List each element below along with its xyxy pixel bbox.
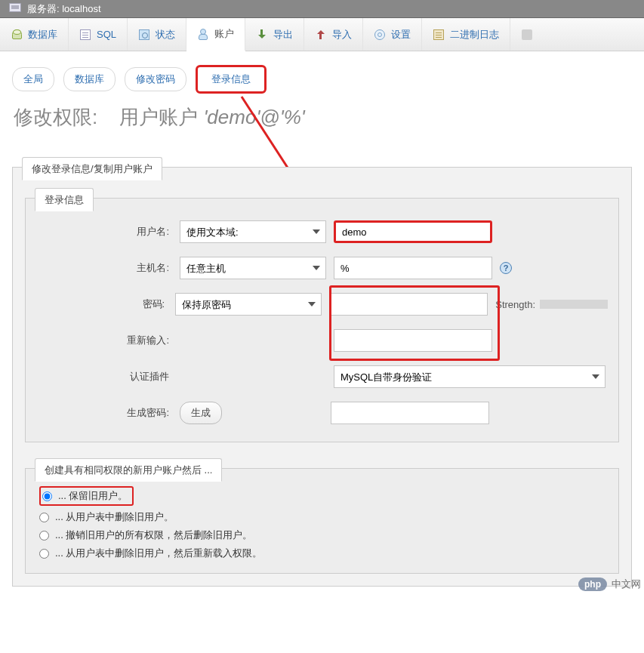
tab-account[interactable]: 账户: [186, 18, 245, 51]
top-tabs: 数据库 SQL 状态 账户 导出 导入 设置 二进制日志: [0, 18, 644, 51]
tab-status[interactable]: 状态: [128, 18, 186, 51]
heading-prefix: 修改权限:: [14, 106, 97, 128]
server-icon: [9, 3, 21, 12]
tab-import[interactable]: 导入: [304, 18, 363, 51]
row-auth-plugin: 认证插件 MySQL自带身份验证: [36, 359, 608, 395]
label-retype: 重新输入:: [36, 334, 180, 347]
database-icon: [11, 29, 23, 41]
label-password: 密码:: [36, 297, 175, 311]
panel-edit-login: 修改登录信息/复制用户账户 登录信息 用户名: 使用文本域: 主机名: 任意主: [12, 167, 632, 587]
more-icon: [521, 29, 533, 41]
pill-login-info[interactable]: 登录信息: [196, 65, 267, 94]
radio-label: ... 从用户表中删除旧用户，然后重新载入权限。: [55, 547, 262, 560]
radio-option-revoke[interactable]: ... 撤销旧用户的所有权限，然后删除旧用户。: [36, 526, 608, 544]
tab-label: 二进制日志: [450, 28, 499, 42]
label-username: 用户名:: [36, 225, 180, 239]
label-auth-plugin: 认证插件: [36, 370, 180, 383]
select-password-mode[interactable]: 保持原密码: [175, 293, 322, 316]
sub-nav: 全局 数据库 修改密码 登录信息: [0, 51, 644, 100]
radio-delete[interactable]: [39, 513, 49, 522]
pill-change-password[interactable]: 修改密码: [125, 67, 186, 91]
pill-database[interactable]: 数据库: [63, 67, 116, 91]
tab-database[interactable]: 数据库: [0, 18, 69, 51]
watermark: php 中文网: [578, 578, 641, 591]
titlebar: 服务器: localhost: [0, 0, 644, 18]
select-host-mode[interactable]: 任意主机: [180, 257, 326, 279]
radio-label: ... 撤销旧用户的所有权限，然后删除旧用户。: [55, 528, 252, 542]
help-icon[interactable]: ?: [500, 262, 512, 274]
tab-label: 导出: [273, 28, 293, 42]
panel-copy-user-legend: 创建具有相同权限的新用户账户然后 ...: [35, 458, 222, 482]
radio-reload[interactable]: [39, 549, 49, 559]
label-generate-password: 生成密码:: [36, 406, 180, 420]
settings-icon: [374, 29, 386, 41]
select-auth-plugin[interactable]: MySQL自带身份验证: [334, 365, 605, 388]
user-icon: [197, 28, 209, 40]
radio-keep[interactable]: [42, 491, 52, 501]
radio-label: ... 从用户表中删除旧用户。: [55, 510, 174, 524]
tab-export[interactable]: 导出: [245, 18, 304, 51]
row-generate-password: 生成密码: 生成: [36, 395, 608, 431]
panel-edit-login-legend: 修改登录信息/复制用户账户: [22, 157, 162, 180]
button-generate[interactable]: 生成: [180, 402, 222, 424]
radio-revoke[interactable]: [39, 531, 49, 541]
watermark-text: 中文网: [612, 578, 641, 591]
row-username: 用户名: 使用文本域:: [36, 214, 608, 250]
tab-label: 数据库: [28, 28, 57, 42]
row-password: 密码: 保持原密码 Strength:: [36, 286, 608, 322]
tab-label: 状态: [156, 28, 175, 42]
sql-icon: [79, 29, 91, 41]
tab-label: 设置: [391, 28, 411, 42]
radio-option-delete[interactable]: ... 从用户表中删除旧用户。: [36, 508, 608, 526]
page-title: 修改权限: 用户账户 'demo'@'%': [0, 100, 644, 144]
label-host: 主机名:: [36, 261, 180, 275]
password-strength: Strength:: [495, 299, 608, 310]
panel-login-info-legend: 登录信息: [35, 188, 94, 211]
input-generated-password[interactable]: [331, 402, 489, 424]
input-password[interactable]: [329, 293, 488, 316]
tab-sql[interactable]: SQL: [69, 18, 128, 51]
select-username-mode[interactable]: 使用文本域:: [180, 220, 326, 243]
watermark-logo: php: [578, 578, 607, 591]
input-username[interactable]: [334, 220, 492, 243]
tab-settings[interactable]: 设置: [363, 18, 422, 51]
input-host[interactable]: [334, 257, 492, 279]
titlebar-label: 服务器: localhost: [27, 3, 101, 14]
panel-login-info: 登录信息 用户名: 使用文本域: 主机名: 任意主机: [25, 198, 619, 442]
pill-global[interactable]: 全局: [12, 67, 54, 91]
heading-account: 'demo'@'%': [203, 106, 304, 128]
radio-option-keep[interactable]: ... 保留旧用户。: [36, 484, 608, 508]
tab-binlog[interactable]: 二进制日志: [422, 18, 510, 51]
radio-label: ... 保留旧用户。: [58, 489, 128, 503]
tab-label: 导入: [332, 28, 352, 42]
strength-label: Strength:: [495, 299, 535, 310]
binlog-icon: [433, 29, 445, 41]
radio-option-reload[interactable]: ... 从用户表中删除旧用户，然后重新载入权限。: [36, 544, 608, 562]
status-icon: [138, 29, 150, 41]
import-icon: [315, 29, 327, 41]
input-retype[interactable]: [334, 329, 492, 352]
tab-label: 账户: [214, 27, 234, 41]
row-retype: 重新输入:: [36, 322, 608, 359]
row-host: 主机名: 任意主机 ?: [36, 250, 608, 286]
panel-copy-user: 创建具有相同权限的新用户账户然后 ... ... 保留旧用户。 ... 从用户表…: [25, 468, 619, 574]
strength-bar: [540, 300, 608, 309]
heading-middle: 用户账户: [119, 106, 198, 128]
tab-label: SQL: [97, 29, 116, 40]
tab-more[interactable]: [510, 18, 544, 51]
export-icon: [256, 29, 268, 41]
